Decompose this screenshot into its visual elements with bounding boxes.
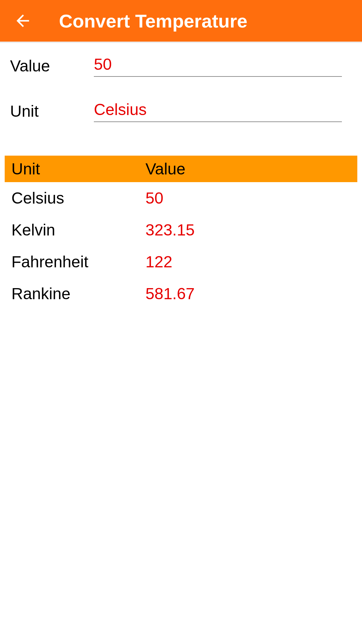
table-row: Kelvin 323.15 bbox=[5, 214, 357, 246]
back-button[interactable] bbox=[13, 11, 32, 30]
value-input[interactable] bbox=[94, 55, 342, 77]
unit-cell: Celsius bbox=[11, 189, 145, 207]
form-area: Value Unit bbox=[0, 42, 362, 156]
table-header: Unit Value bbox=[5, 156, 357, 182]
value-cell: 581.67 bbox=[145, 284, 195, 303]
app-bar: Convert Temperature bbox=[0, 0, 362, 42]
table-header-value: Value bbox=[145, 160, 185, 178]
table-row: Fahrenheit 122 bbox=[5, 246, 357, 278]
unit-cell: Kelvin bbox=[11, 221, 145, 239]
unit-cell: Fahrenheit bbox=[11, 253, 145, 271]
value-cell: 122 bbox=[145, 253, 172, 271]
value-cell: 323.15 bbox=[145, 221, 195, 239]
table-header-unit: Unit bbox=[11, 160, 145, 178]
value-label: Value bbox=[10, 57, 94, 75]
table-row: Celsius 50 bbox=[5, 182, 357, 214]
value-cell: 50 bbox=[145, 189, 163, 207]
unit-label: Unit bbox=[10, 102, 94, 120]
table-row: Rankine 581.67 bbox=[5, 278, 357, 310]
value-input-wrapper bbox=[94, 55, 342, 77]
value-row: Value bbox=[10, 55, 352, 77]
unit-select-wrapper bbox=[94, 100, 342, 122]
unit-select[interactable] bbox=[94, 100, 342, 122]
unit-cell: Rankine bbox=[11, 284, 145, 303]
unit-row: Unit bbox=[10, 100, 352, 122]
page-title: Convert Temperature bbox=[59, 10, 247, 32]
back-arrow-icon bbox=[13, 11, 32, 30]
